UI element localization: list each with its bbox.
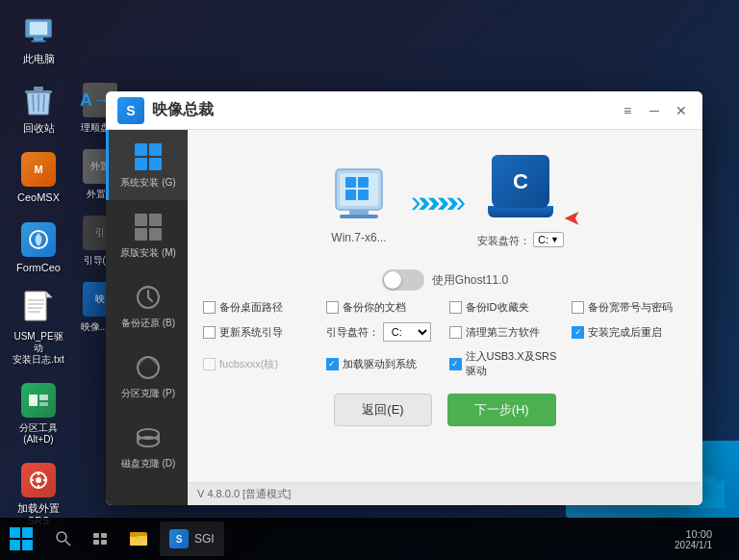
option-label: 备份ID收藏夹 <box>466 300 529 315</box>
system-install-icon <box>133 141 164 172</box>
dest-dropdown[interactable]: C: ▼ <box>533 232 564 247</box>
desktop-icon-usm-pe[interactable]: USM_PE驱动安装日志.txt <box>8 286 69 369</box>
button-row: 返回(E) 下一步(H) <box>203 394 687 426</box>
app-body: 系统安装 (G) 原版安装 (M) <box>106 130 702 505</box>
notification-area[interactable] <box>724 518 731 560</box>
desktop-icon-label: 此电脑 <box>23 53 55 65</box>
checkbox-reboot-after[interactable] <box>572 326 584 339</box>
toggle-row: 使用Ghost11.0 <box>203 269 687 291</box>
desktop-icon-recycle[interactable]: 回收站 <box>8 77 69 139</box>
desktop-icon-formceo[interactable]: FormCeo <box>8 216 69 278</box>
options-row-1: 备份桌面路径 备份你的文档 备份ID收藏夹 备份宽带号与密码 <box>203 300 687 315</box>
svg-point-20 <box>36 477 41 483</box>
checkbox-backup-broadband[interactable] <box>572 301 584 314</box>
red-arrow-icon: ➤ <box>564 206 581 231</box>
next-button[interactable]: 下一步(H) <box>447 394 556 426</box>
minimize-button[interactable]: ─ <box>645 101 664 120</box>
back-button[interactable]: 返回(E) <box>334 394 431 426</box>
desktop: 此电脑 回收站 M CeoMSX <box>0 0 739 560</box>
clock-date: 2024/1/1 <box>675 540 712 550</box>
menu-button[interactable]: ≡ <box>618 101 637 120</box>
install-viz: Win.7-x6... »»»»» C <box>203 145 687 258</box>
option-boot-drive[interactable]: 引导盘符： C: <box>326 322 442 342</box>
source-drive: Win.7-x6... <box>326 160 392 244</box>
option-label: 备份桌面路径 <box>219 300 283 315</box>
svg-rect-1 <box>30 22 48 35</box>
main-content: Win.7-x6... »»»»» C <box>188 130 702 505</box>
checkbox-fucbsx <box>203 358 216 370</box>
checkbox-backup-fav[interactable] <box>449 301 462 314</box>
arrow-container: »»»»» <box>411 184 458 219</box>
option-backup-favorites[interactable]: 备份ID收藏夹 <box>449 300 565 315</box>
desktop-icon-label: USM_PE驱动安装日志.txt <box>12 331 65 366</box>
desktop-icon-my-computer[interactable]: 此电脑 <box>8 8 69 69</box>
boot-drive-select[interactable]: C: <box>383 322 431 342</box>
taskbar-item-search[interactable] <box>46 522 81 556</box>
option-clean-software[interactable]: 清理第三方软件 <box>449 325 565 340</box>
option-inject-usb[interactable]: 注入USB3.X及SRS驱动 <box>449 349 565 378</box>
c-drive-letter: C <box>513 169 528 194</box>
sidebar-label: 分区克隆 (P) <box>121 387 175 399</box>
option-label: 安装完成后重启 <box>588 325 662 340</box>
svg-line-44 <box>65 541 70 546</box>
partition-icon <box>133 352 164 383</box>
desktop-icon-label: CeoMSX <box>17 191 60 204</box>
toggle-knob <box>384 271 401 289</box>
svg-line-8 <box>43 94 44 112</box>
sidebar-label: 原版安装 (M) <box>120 246 176 259</box>
checkbox-update-boot[interactable] <box>203 326 216 339</box>
desktop-icon-partition[interactable]: 分区工具(Alt+D) <box>8 377 69 449</box>
option-label: 更新系统引导 <box>219 325 283 340</box>
svg-rect-46 <box>101 533 107 538</box>
version-bar: V 4.8.0.0 [普通模式] <box>188 482 702 505</box>
ghost-toggle[interactable] <box>382 269 424 291</box>
svg-rect-50 <box>130 536 147 546</box>
option-label: 备份宽带号与密码 <box>588 300 673 315</box>
option-label: 加载驱动到系统 <box>343 357 417 371</box>
dest-label: 安装盘符： <box>477 234 530 248</box>
sidebar-label: 系统安装 (G) <box>120 176 175 189</box>
svg-rect-17 <box>39 395 48 400</box>
option-backup-desktop[interactable]: 备份桌面路径 <box>203 300 319 315</box>
taskbar-item-sgi[interactable]: S SGI <box>160 522 224 556</box>
sidebar-item-partition-clone[interactable]: 分区克隆 (P) <box>106 341 188 411</box>
app-controls: ≡ ─ ✕ <box>618 101 691 120</box>
option-backup-broadband[interactable]: 备份宽带号与密码 <box>572 300 687 315</box>
option-backup-docs[interactable]: 备份你的文档 <box>326 300 442 315</box>
option-load-drivers[interactable]: 加载驱动到系统 <box>326 349 442 378</box>
svg-rect-3 <box>31 40 45 42</box>
checkbox-load-drivers[interactable] <box>326 358 339 370</box>
sidebar-item-original-install[interactable]: 原版安装 (M) <box>106 200 188 270</box>
start-button[interactable] <box>0 518 42 560</box>
option-label: 注入USB3.X及SRS驱动 <box>466 349 565 378</box>
desktop-icon-ceomsx[interactable]: M CeoMSX <box>8 146 69 208</box>
sidebar-item-system-install[interactable]: 系统安装 (G) <box>106 130 188 200</box>
desktop-icon-label: FormCeo <box>16 262 61 274</box>
svg-rect-41 <box>10 540 20 550</box>
svg-rect-45 <box>93 533 99 538</box>
taskbar-items: S SGI <box>42 522 675 556</box>
taskbar-item-taskview[interactable] <box>83 522 117 556</box>
svg-rect-18 <box>39 402 48 406</box>
options-row-2: 更新系统引导 引导盘符： C: 清理第三方软件 安装完成后重启 <box>203 322 687 342</box>
desktop-icon-label: 分区工具(Alt+D) <box>19 422 58 445</box>
dest-drive-block: C ➤ 安装盘符： C: ▼ <box>477 155 564 248</box>
backup-icon <box>133 282 164 313</box>
close-button[interactable]: ✕ <box>672 101 691 120</box>
taskbar-item-explorer[interactable] <box>119 522 158 556</box>
svg-rect-36 <box>358 190 369 200</box>
option-reboot-after[interactable]: 安装完成后重启 <box>572 325 687 340</box>
option-update-boot[interactable]: 更新系统引导 <box>203 325 319 340</box>
checkbox-inject-usb[interactable] <box>449 358 462 370</box>
svg-line-6 <box>33 94 34 112</box>
sidebar-item-backup-restore[interactable]: 备份还原 (B) <box>106 270 188 341</box>
svg-rect-16 <box>29 395 38 406</box>
original-install-icon <box>133 212 164 242</box>
sidebar-item-disk-clone[interactable]: 磁盘克隆 (D) <box>106 411 188 481</box>
svg-rect-39 <box>10 527 20 538</box>
disk-icon <box>133 422 164 453</box>
desktop-icon-label: 回收站 <box>23 122 55 135</box>
checkbox-backup-desktop[interactable] <box>203 301 216 314</box>
checkbox-clean-software[interactable] <box>449 326 462 339</box>
checkbox-backup-docs[interactable] <box>326 301 339 314</box>
